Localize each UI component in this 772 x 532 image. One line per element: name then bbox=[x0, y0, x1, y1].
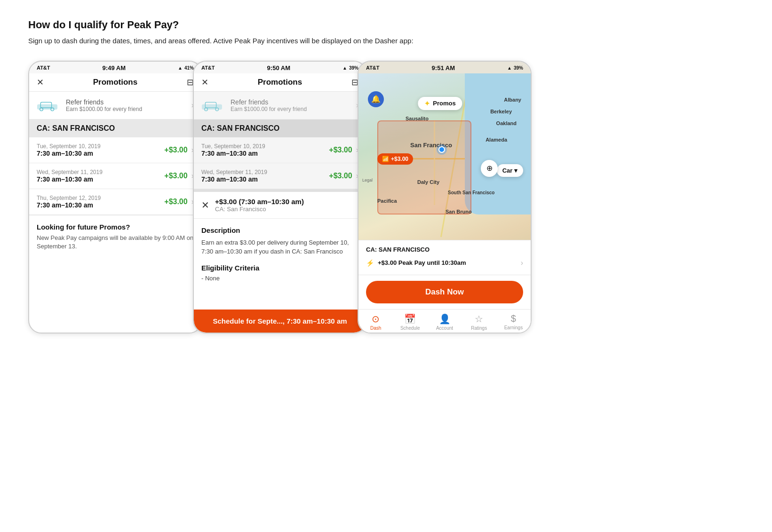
peak-icon: ⚡ bbox=[366, 259, 374, 267]
schedule-button[interactable]: Schedule for Septe..., 7:30 am–10:30 am bbox=[194, 310, 366, 333]
nav-title-1: Promotions bbox=[44, 78, 187, 87]
location-button[interactable]: ⊕ bbox=[481, 160, 498, 177]
phone-1: AT&T 9:49 AM ▲ 41% ✕ Promotions ⊟ Refer … bbox=[28, 61, 202, 333]
map-card-region: CA: SAN FRANCISCO bbox=[366, 246, 523, 253]
nav-item-ratings[interactable]: ☆ Ratings bbox=[462, 313, 496, 331]
alameda-label: Alameda bbox=[485, 137, 507, 143]
battery-2: ▲ 39% bbox=[342, 65, 358, 71]
car-icon-1 bbox=[37, 98, 60, 112]
time-3: 9:51 AM bbox=[432, 64, 455, 71]
battery-3: ▲ 39% bbox=[507, 65, 523, 71]
star-icon: ✦ bbox=[424, 100, 430, 107]
promo-row-2a[interactable]: Tue, September 10, 2019 7:30 am–10:30 am… bbox=[194, 137, 366, 163]
phones-container: AT&T 9:49 AM ▲ 41% ✕ Promotions ⊟ Refer … bbox=[28, 61, 744, 333]
map-card-region-section: CA: SAN FRANCISCO ⚡ +$3.00 Peak Pay unti… bbox=[358, 240, 531, 275]
legal-link[interactable]: Legal bbox=[362, 178, 373, 183]
phone-2: AT&T 9:50 AM ▲ 39% ✕ Promotions ⊟ Refer … bbox=[193, 61, 367, 333]
status-bar-1: AT&T 9:49 AM ▲ 41% bbox=[29, 62, 201, 73]
sanbruno-label: San Bruno bbox=[446, 209, 472, 214]
nav-title-2: Promotions bbox=[208, 78, 351, 87]
page-heading: How do I qualify for Peak Pay? bbox=[28, 19, 744, 31]
earnings-icon: $ bbox=[511, 313, 516, 324]
status-bar-2: AT&T 9:50 AM ▲ 39% bbox=[194, 62, 366, 73]
battery-1: ▲ 41% bbox=[178, 65, 194, 71]
ratings-icon: ☆ bbox=[475, 313, 483, 325]
dash-icon: ⊙ bbox=[372, 313, 380, 325]
page-subtext: Sign up to dash during the dates, times,… bbox=[28, 36, 452, 47]
refer-text-2: Refer friends Earn $1000.00 for every fr… bbox=[231, 98, 356, 112]
region-header-2: CA: SAN FRANCISCO bbox=[194, 119, 366, 137]
time-1: 9:49 AM bbox=[103, 64, 126, 71]
nav-bar-1: ✕ Promotions ⊟ bbox=[29, 73, 201, 92]
map-bottom-card: CA: SAN FRANCISCO ⚡ +$3.00 Peak Pay unti… bbox=[358, 240, 531, 333]
nav-item-schedule[interactable]: 📅 Schedule bbox=[393, 313, 427, 331]
promos-badge[interactable]: ✦ Promos bbox=[418, 97, 462, 110]
bottom-nav: ⊙ Dash 📅 Schedule 👤 Account ☆ Ratings $ bbox=[358, 309, 531, 333]
detail-close-icon[interactable]: ✕ bbox=[201, 199, 209, 211]
promo-row-1c[interactable]: Thu, September 12, 2019 7:30 am–10:30 am… bbox=[29, 189, 201, 215]
current-location-dot bbox=[438, 146, 445, 153]
detail-header: ✕ +$3.00 (7:30 am–10:30 am) CA: San Fran… bbox=[194, 192, 366, 219]
refer-row-1[interactable]: Refer friends Earn $1000.00 for every fr… bbox=[29, 92, 201, 119]
promo-row-1a[interactable]: Tue, September 10, 2019 7:30 am–10:30 am… bbox=[29, 137, 201, 163]
car-icon-2 bbox=[201, 98, 225, 112]
nav-item-dash[interactable]: ⊙ Dash bbox=[358, 313, 393, 331]
carrier-3: AT&T bbox=[366, 65, 380, 71]
nav-item-earnings[interactable]: $ Earnings bbox=[496, 313, 531, 331]
account-icon: 👤 bbox=[439, 313, 451, 325]
detail-body: Description Earn an extra $3.00 per deli… bbox=[194, 219, 366, 289]
dalycity-label: Daly City bbox=[417, 179, 439, 185]
promo-row-1b[interactable]: Wed, September 11, 2019 7:30 am–10:30 am… bbox=[29, 163, 201, 189]
promo-row-2b[interactable]: Wed, September 11, 2019 7:30 am–10:30 am… bbox=[194, 163, 366, 189]
sf-label: San Francisco bbox=[410, 142, 452, 149]
sausalito-label: Sausalito bbox=[406, 116, 429, 121]
albany-label: Albany bbox=[504, 97, 521, 103]
region-header-1: CA: SAN FRANCISCO bbox=[29, 119, 201, 137]
peak-pay-row[interactable]: ⚡ +$3.00 Peak Pay until 10:30am › bbox=[366, 257, 523, 269]
nav-bar-2: ✕ Promotions ⊟ bbox=[194, 73, 366, 92]
schedule-icon: 📅 bbox=[404, 313, 416, 325]
phone-3: AT&T 9:51 AM ▲ 39% Albany Berkeley Oakla… bbox=[358, 61, 532, 333]
southsf-label: South San Francisco bbox=[448, 190, 494, 195]
close-icon-2[interactable]: ✕ bbox=[201, 77, 208, 87]
notification-bell[interactable]: 🔔 bbox=[368, 91, 384, 107]
carrier-2: AT&T bbox=[201, 65, 215, 71]
carrier-1: AT&T bbox=[37, 65, 50, 71]
chevron-peak: › bbox=[521, 259, 523, 267]
dash-now-button[interactable]: Dash Now bbox=[366, 281, 523, 303]
oakland-label: Oakland bbox=[496, 120, 517, 126]
close-icon-1[interactable]: ✕ bbox=[37, 77, 44, 87]
peak-pay-map-badge[interactable]: 📶 +$3.00 bbox=[377, 153, 413, 165]
refer-row-2[interactable]: Refer friends Earn $1000.00 for every fr… bbox=[194, 92, 366, 119]
refer-text-1: Refer friends Earn $1000.00 for every fr… bbox=[66, 98, 191, 112]
signal-icon: 📶 bbox=[382, 156, 389, 162]
future-section-1: Looking for future Promos? New Peak Pay … bbox=[29, 215, 201, 258]
status-bar-3: AT&T 9:51 AM ▲ 39% bbox=[358, 62, 531, 73]
car-selector[interactable]: Car ▾ bbox=[497, 164, 523, 177]
berkeley-label: Berkeley bbox=[490, 109, 512, 114]
nav-item-account[interactable]: 👤 Account bbox=[427, 313, 462, 331]
pacifica-label: Pacifica bbox=[377, 198, 397, 204]
time-2: 9:50 AM bbox=[267, 64, 290, 71]
